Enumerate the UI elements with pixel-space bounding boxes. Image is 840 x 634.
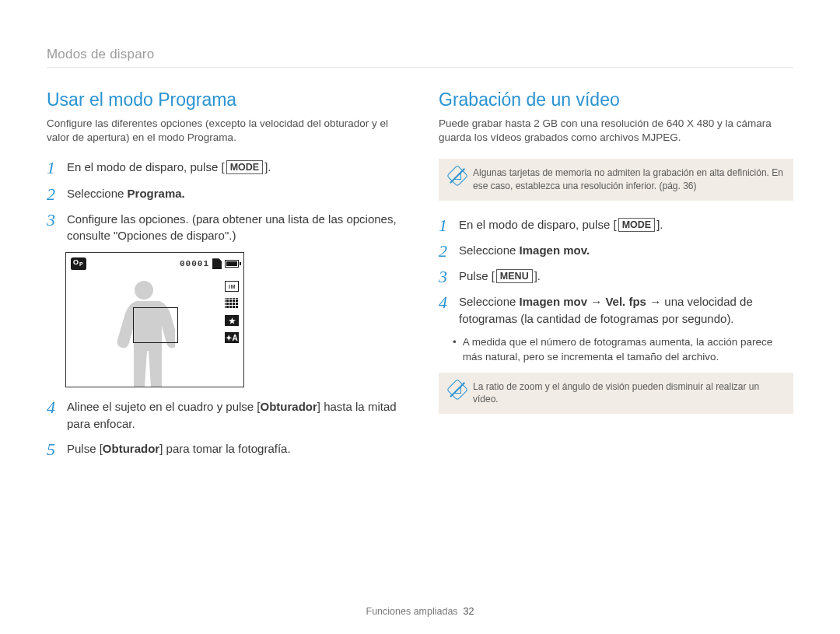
step-text: Seleccione [459, 295, 520, 308]
step-bold: Obturador [261, 400, 317, 413]
step-4-right: 4 Seleccione Imagen mov → Vel. fps → una… [439, 293, 793, 328]
note-zoom: La ratio de zoom y el ángulo de visión p… [439, 373, 793, 415]
step-bold: Obturador [103, 442, 159, 455]
step-bold: Programa. [128, 187, 185, 200]
note-text: Algunas tarjetas de memoria no admiten l… [473, 166, 784, 193]
focus-frame [133, 307, 178, 343]
metering-icon: ★ [225, 315, 239, 326]
step-bold: Vel. fps [605, 295, 646, 308]
note-memory-card: Algunas tarjetas de memoria no admiten l… [439, 159, 793, 201]
step-text: ] para tomar la fotografía. [159, 442, 290, 455]
quality-icon [225, 298, 239, 309]
breadcrumb: Modos de disparo [47, 47, 793, 68]
step-number: 4 [47, 398, 64, 416]
step-text: → [587, 295, 605, 308]
sub-bullet-fps: A medida que el número de fotogramas aum… [453, 335, 793, 365]
step-3-right: 3 Pulse [MENU]. [439, 268, 793, 285]
step-text: En el modo de disparo, pulse [ [459, 218, 617, 231]
step-bold: Imagen mov. [520, 243, 590, 257]
step-text: Alinee el sujeto en el cuadro y pulse [ [67, 400, 261, 413]
step-text: ]. [534, 269, 541, 282]
footer-page-number: 32 [464, 606, 474, 617]
lcd-preview: 00001 I M ★ ✦A [65, 252, 244, 387]
sub-bullet-text: A medida que el número de fotogramas aum… [463, 335, 793, 365]
col-program-mode: Usar el modo Programa Configure las dife… [47, 89, 401, 466]
note-icon [448, 166, 465, 184]
step-1-left: 1 En el modo de disparo, pulse [MODE]. [47, 159, 401, 177]
intro-video: Puede grabar hasta 2 GB con una resoluci… [439, 117, 793, 145]
step-3-left: 3 Configure las opciones. (para obtener … [47, 211, 401, 245]
step-number: 1 [47, 159, 64, 177]
step-1-right: 1 En el modo de disparo, pulse [MODE]. [439, 216, 793, 234]
step-number: 2 [439, 242, 456, 260]
memory-card-icon [212, 258, 222, 269]
step-text: Configure las opciones. (para obtener un… [67, 211, 401, 245]
key-mode: MODE [226, 160, 264, 174]
shot-counter: 00001 [180, 259, 209, 268]
step-number: 4 [439, 293, 456, 311]
col-video-record: Grabación de un vídeo Puede grabar hasta… [439, 89, 793, 466]
battery-icon [225, 260, 239, 268]
title-program: Usar el modo Programa [47, 89, 401, 110]
step-text: Pulse [ [67, 442, 103, 455]
step-number: 3 [439, 268, 456, 285]
footer-label: Funciones ampliadas [366, 606, 458, 617]
title-video: Grabación de un vídeo [439, 89, 793, 110]
intro-program: Configure las diferentes opciones (excep… [47, 117, 401, 145]
page-footer: Funciones ampliadas 32 [0, 606, 840, 617]
key-menu: MENU [496, 269, 533, 283]
step-text: ]. [264, 160, 271, 173]
step-text: Seleccione [459, 243, 520, 257]
step-5-left: 5 Pulse [Obturador] para tomar la fotogr… [47, 440, 401, 458]
image-size-icon: I M [225, 281, 239, 292]
step-bold: Imagen mov [520, 295, 588, 308]
step-text: ]. [656, 218, 663, 231]
step-number: 1 [439, 216, 456, 234]
step-number: 3 [47, 211, 64, 229]
note-text: La ratio de zoom y el ángulo de visión p… [473, 380, 784, 407]
step-text: Pulse [ [459, 269, 495, 282]
step-text: En el modo de disparo, pulse [ [67, 160, 225, 173]
step-2-left: 2 Seleccione Programa. [47, 185, 401, 203]
key-mode: MODE [618, 218, 656, 232]
step-number: 2 [47, 185, 64, 203]
note-icon [448, 380, 465, 398]
step-2-right: 2 Seleccione Imagen mov. [439, 242, 793, 260]
flash-auto-icon: ✦A [225, 332, 239, 343]
step-4-left: 4 Alinee el sujeto en el cuadro y pulse … [47, 398, 401, 433]
step-text: Seleccione [67, 187, 128, 200]
step-number: 5 [47, 440, 64, 458]
mode-indicator-icon [71, 257, 86, 270]
